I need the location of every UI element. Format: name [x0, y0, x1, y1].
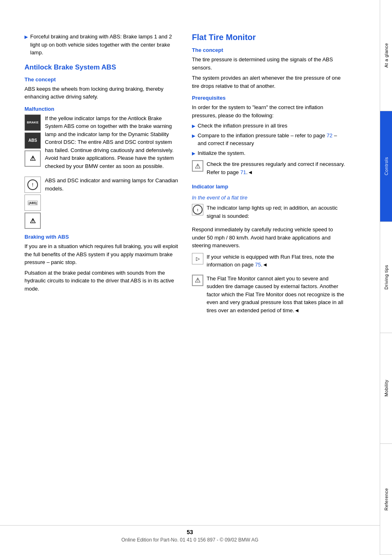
malfunction-block: BRAKE ABS ⚠ If the yellow indicator lamp… [24, 114, 180, 173]
forceful-braking-bullet: ▶ Forceful braking and braking with ABS:… [24, 33, 180, 57]
sidebar-label-mobility: Mobility [384, 380, 389, 396]
concept-heading-right: The concept [192, 47, 347, 53]
prereq-item-1: ▶ Check the inflation pressure in all ti… [192, 122, 347, 130]
prerequisites-heading: Prerequisites [192, 95, 347, 101]
main-content: ▶ Forceful braking and braking with ABS:… [0, 0, 380, 555]
page-footer: 53 Online Edition for Part-No. 01 41 0 1… [0, 525, 380, 543]
respond-text: Respond immediately by carefully reducin… [192, 226, 347, 250]
braking-text1: If you are in a situation which requires… [24, 242, 180, 266]
canada-icons: ! (ABS) ⚠ [24, 177, 41, 229]
concept-text2-right: The system provides an alert whenever th… [192, 74, 347, 90]
prereq-arrow-3: ▶ [192, 150, 195, 157]
page-number: 53 [0, 529, 380, 535]
indicator-lamp-heading: Indicator lamp [192, 184, 347, 190]
sidebar-label-driving-tips: Driving tips [384, 265, 389, 289]
tire-pressure-note: ⚠ Check the tire pressures regularly and… [192, 160, 347, 179]
canada-block: ! (ABS) ⚠ ABS and DSC indicator and warn… [24, 177, 180, 229]
flat-event-heading: In the event of a flat tire [192, 195, 347, 201]
page-container: ▶ Forceful braking and braking with ABS:… [0, 0, 392, 555]
malfunction-text: If the yellow indicator lamps for the An… [45, 114, 180, 170]
ftm-warning-text: The Flat Tire Monitor cannot alert you t… [207, 275, 347, 315]
ftm-warning-note: ⚠ The Flat Tire Monitor cannot alert you… [192, 275, 347, 317]
footer-text: Online Edition for Part-No. 01 41 0 156 … [0, 537, 380, 543]
flat-indicator-icon: ! [192, 204, 203, 215]
warning-triangle-icon: ⚠ [24, 150, 41, 167]
prerequisites-intro: In order for the system to "learn" the c… [192, 103, 347, 119]
prereq-item-3: ▶ Initialize the system. [192, 149, 347, 157]
page-link-72[interactable]: 72 [327, 132, 332, 139]
svg-text:!: ! [197, 208, 198, 212]
canada-text: ABS and DSC indicator and warning lamps … [45, 177, 180, 192]
abs-canada-icon: (ABS) [24, 195, 41, 211]
right-column: Flat Tire Monitor The concept The tire p… [192, 33, 347, 530]
run-flat-icon: ▷ [192, 253, 203, 264]
malfunction-icons: BRAKE ABS ⚠ [24, 114, 41, 173]
braking-text2: Pulsation at the brake pedal combines wi… [24, 269, 180, 293]
prereq-text-1: Check the inflation pressure in all tire… [198, 122, 287, 130]
top-bullet: ▶ Forceful braking and braking with ABS:… [24, 33, 180, 57]
left-column: ▶ Forceful braking and braking with ABS:… [24, 33, 180, 530]
flat-tire-title: Flat Tire Monitor [192, 33, 347, 42]
sidebar-section-mobility[interactable]: Mobility [380, 333, 392, 444]
warning-note-icon: ⚠ [192, 160, 203, 172]
sidebar-section-reference[interactable]: Reference [380, 444, 392, 555]
warning-canada-icon: ⚠ [24, 213, 41, 229]
sidebar-section-controls[interactable]: Controls [380, 111, 392, 222]
sidebar-section-driving-tips[interactable]: Driving tips [380, 222, 392, 333]
prereq-text-3: Initialize the system. [198, 149, 245, 157]
note-text: Check the tire pressures regularly and c… [207, 160, 347, 176]
sidebar: At a glance Controls Driving tips Mobili… [380, 0, 392, 555]
ftm-warning-icon: ⚠ [192, 275, 203, 286]
dsc-indicator-icon: ! [24, 177, 41, 193]
flat-event-text: The indicator lamp lights up red; in add… [207, 204, 347, 220]
page-link-75[interactable]: 75 [255, 262, 261, 268]
sidebar-label-controls: Controls [384, 157, 389, 175]
braking-with-abs-heading: Braking with ABS [24, 234, 180, 240]
sidebar-label-reference: Reference [384, 488, 389, 510]
concept-text1-right: The tire pressure is determined using th… [192, 56, 347, 72]
antilock-title: Antilock Brake System ABS [24, 63, 180, 72]
run-flat-text: If your vehicle is equipped with Run Fla… [207, 253, 347, 269]
concept-heading-left: The concept [24, 76, 180, 83]
page-link-71[interactable]: 71 [240, 169, 246, 175]
flat-event-block: ! The indicator lamp lights up red; in a… [192, 204, 347, 222]
run-flat-note: ▷ If your vehicle is equipped with Run F… [192, 253, 347, 271]
malfunction-heading: Malfunction [24, 106, 180, 112]
brake-icon: BRAKE [24, 114, 41, 131]
prereq-text-2: Compare to the inflation pressure table … [198, 132, 347, 148]
prereq-item-2: ▶ Compare to the inflation pressure tabl… [192, 132, 347, 148]
svg-text:!: ! [32, 183, 33, 187]
forceful-braking-text: Forceful braking and braking with ABS: B… [30, 33, 180, 57]
bullet-arrow-icon: ▶ [24, 34, 28, 57]
sidebar-section-at-a-glance[interactable]: At a glance [380, 0, 392, 111]
prereq-arrow-2: ▶ [192, 132, 195, 148]
sidebar-label-at-a-glance: At a glance [384, 43, 389, 68]
concept-text-left: ABS keeps the wheels from locking during… [24, 85, 180, 101]
prereq-arrow-1: ▶ [192, 123, 195, 130]
abs-icon: ABS [24, 132, 41, 149]
